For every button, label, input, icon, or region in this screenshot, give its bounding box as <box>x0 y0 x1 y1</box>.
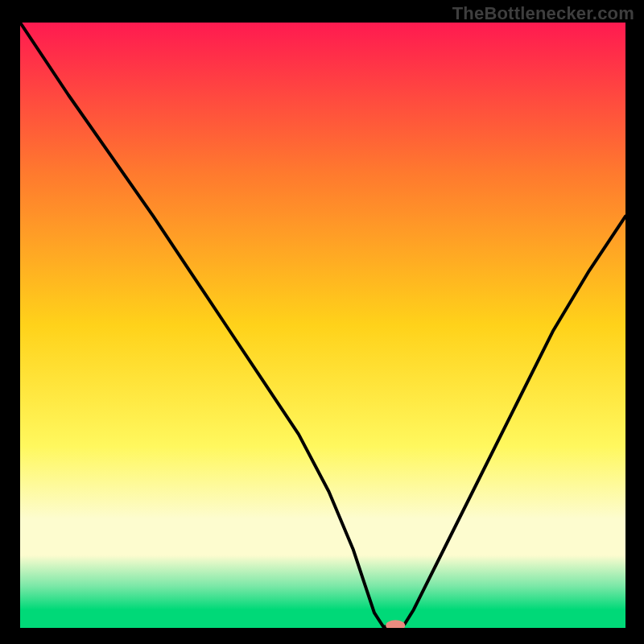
bottleneck-chart <box>20 23 625 628</box>
watermark-label: TheBottlenecker.com <box>452 3 634 24</box>
plot-background <box>20 23 625 628</box>
chart-container: TheBottlenecker.com <box>0 0 644 644</box>
